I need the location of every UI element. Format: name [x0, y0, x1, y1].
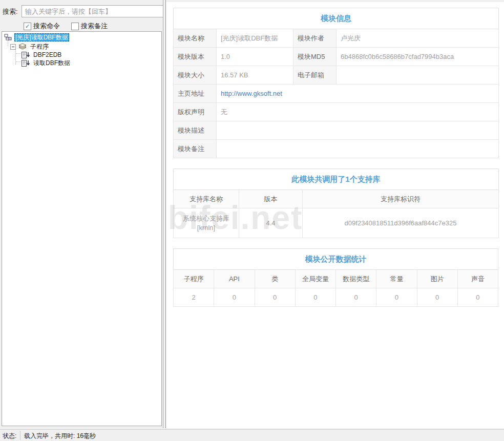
column-header: 支持库名称 [174, 190, 239, 208]
module-detail-pane: 模块信息 模块名称 [光庆]读取DBF数据 模块作者 卢光庆 模块版本 1.0 … [166, 2, 504, 428]
tree-item-module-root[interactable]: [光庆]读取DBF数据 [2, 33, 161, 41]
field-value: 16.57 KB [217, 66, 293, 85]
field-label: 版权声明 [174, 103, 217, 121]
homepage-link[interactable]: http://www.gksoft.net [221, 90, 282, 97]
checkbox-search-notes-label: 搜索备注 [81, 22, 108, 31]
column-header: 版本 [239, 190, 303, 208]
tree-item-dbf2edb-label[interactable]: DBF2EDB [32, 51, 62, 59]
collapse-expander-icon[interactable] [10, 44, 16, 50]
search-filters: ✓ 搜索命令 搜索备注 [24, 22, 108, 30]
column-header: 常量 [376, 270, 417, 288]
support-lib-version: 4.4 [239, 208, 303, 238]
table-row: 模块备注 [174, 140, 499, 158]
field-label: 模块描述 [174, 121, 217, 140]
table-row: 模块大小 16.57 KB 电子邮箱 [174, 66, 499, 85]
support-lib-guid: d09f2340818511d396f6aaf844c7e325 [303, 208, 499, 238]
column-header: 子程序 [174, 270, 214, 288]
stats-title: 模块公开数据统计 [174, 249, 498, 270]
checkbox-search-commands-label: 搜索命令 [33, 22, 60, 31]
field-value: 无 [217, 103, 499, 121]
field-value [217, 140, 499, 158]
table-header-row: 子程序 API 类 全局变量 数据类型 常量 图片 声音 [174, 270, 498, 288]
stat-value: 0 [214, 288, 255, 307]
module-tree-panel: [光庆]读取DBF数据 子程序 [2, 31, 162, 426]
field-label: 模块备注 [174, 140, 217, 158]
table-row: 模块名称 [光庆]读取DBF数据 模块作者 卢光庆 [174, 29, 499, 48]
table-row: 2 0 0 0 0 0 0 0 [174, 288, 498, 307]
stat-value: 0 [336, 288, 376, 307]
field-label: 模块作者 [293, 29, 337, 48]
tree-item-subprograms-label[interactable]: 子程序 [29, 43, 50, 51]
search-input[interactable] [22, 5, 168, 17]
stat-value: 0 [295, 288, 335, 307]
column-header: 图片 [417, 270, 457, 288]
table-row: 系统核心支持库 [krnln] 4.4 d09f2340818511d396f6… [174, 208, 499, 238]
table-row: 模块版本 1.0 模块MD5 6b4868fc0b6c58686b7cfad79… [174, 48, 499, 66]
support-libs-table: 此模块共调用了1个支持库 支持库名称 版本 支持库标识符 系统核心支持库 [kr… [173, 169, 499, 238]
column-header: 类 [255, 270, 295, 288]
checkbox-unchecked-icon[interactable] [71, 23, 79, 30]
left-pane: 搜索: ✓ 搜索命令 搜索备注 [0, 0, 163, 429]
checkbox-search-commands[interactable]: ✓ 搜索命令 [24, 22, 60, 31]
stats-table: 模块公开数据统计 子程序 API 类 全局变量 数据类型 常量 图片 声音 2 … [173, 248, 498, 307]
field-value: 6b4868fc0b6c58686b7cfad7994b3aca [337, 48, 499, 66]
field-label: 电子邮箱 [293, 66, 337, 85]
field-value [337, 66, 499, 85]
module-tree: [光庆]读取DBF数据 子程序 [2, 32, 161, 67]
checkbox-checked-icon[interactable]: ✓ [24, 23, 31, 30]
column-header: 声音 [457, 270, 498, 288]
tree-item-read-dbf[interactable]: 读取DBF数据 [2, 59, 161, 67]
module-info-table: 模块信息 模块名称 [光庆]读取DBF数据 模块作者 卢光庆 模块版本 1.0 … [173, 8, 499, 158]
search-row: 搜索: [3, 5, 161, 17]
field-value: [光庆]读取DBF数据 [217, 29, 293, 48]
module-viewer-window: 搜索: ✓ 搜索命令 搜索备注 [0, 0, 504, 441]
support-lib-name: 系统核心支持库 [krnln] [174, 208, 239, 238]
support-lib-name-line2: [krnln] [178, 223, 235, 233]
column-header: 支持库标识符 [303, 190, 499, 208]
column-header: API [214, 270, 255, 288]
field-label: 模块版本 [174, 48, 217, 66]
status-label: 状态: [3, 432, 16, 440]
support-libs-title: 此模块共调用了1个支持库 [174, 169, 499, 190]
stat-value: 0 [417, 288, 457, 307]
field-label: 模块名称 [174, 29, 217, 48]
status-bar: 状态: 载入完毕，共用时: 16毫秒 [0, 429, 504, 441]
status-message: 载入完毕，共用时: 16毫秒 [24, 432, 96, 440]
field-label: 模块大小 [174, 66, 217, 85]
column-header: 全局变量 [295, 270, 335, 288]
subprogram-doc-icon [22, 52, 30, 58]
stat-value: 0 [457, 288, 498, 307]
field-value [217, 121, 499, 140]
table-row: 版权声明 无 [174, 103, 499, 121]
checkbox-search-notes[interactable]: 搜索备注 [71, 22, 108, 31]
search-label: 搜索: [3, 7, 18, 16]
column-header: 数据类型 [336, 270, 376, 288]
support-lib-name-line1: 系统核心支持库 [178, 214, 235, 223]
field-value: 1.0 [217, 48, 293, 66]
field-label: 主页地址 [174, 85, 217, 103]
tree-item-dbf2edb[interactable]: DBF2EDB [2, 51, 161, 59]
stat-value: 0 [255, 288, 295, 307]
table-header-row: 支持库名称 版本 支持库标识符 [174, 190, 499, 208]
table-row: 主页地址 http://www.gksoft.net [174, 85, 499, 103]
homepage-link-cell: http://www.gksoft.net [217, 85, 499, 103]
tree-item-module-root-label[interactable]: [光庆]读取DBF数据 [14, 33, 69, 41]
stat-value: 2 [174, 288, 214, 307]
status-bar-divider [20, 431, 20, 440]
module-node-icon [4, 34, 12, 41]
module-info-title: 模块信息 [174, 8, 499, 29]
subprogram-group-icon [18, 43, 27, 50]
table-row: 模块描述 [174, 121, 499, 140]
field-label: 模块MD5 [293, 48, 337, 66]
tree-item-subprograms[interactable]: 子程序 [2, 43, 161, 51]
tree-item-read-dbf-label[interactable]: 读取DBF数据 [32, 59, 71, 67]
field-value: 卢光庆 [337, 29, 499, 48]
stat-value: 0 [376, 288, 417, 307]
subprogram-doc-icon [22, 60, 30, 67]
